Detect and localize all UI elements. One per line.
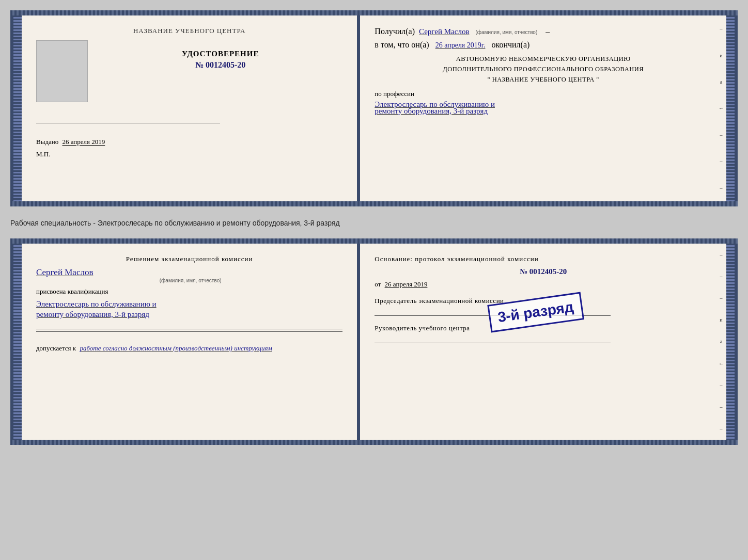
between-label: Рабочая специальность - Электрослесарь п… bbox=[10, 216, 738, 229]
osnovanie-label: Основание: протокол экзаменационной коми… bbox=[375, 255, 712, 263]
resheniyem-label: Решением экзаменационной комиссии bbox=[36, 255, 342, 263]
mp-line: М.П. bbox=[36, 150, 342, 158]
profession-line2: ремонту оборудования, 3-й разряд bbox=[375, 107, 712, 116]
cert2-qualification: Электрослесарь по обслуживанию и ремонту… bbox=[36, 298, 342, 321]
cert2-left-page: Решением экзаменационной комиссии Сергей… bbox=[22, 244, 358, 440]
cert1-wrapper: НАЗВАНИЕ УЧЕБНОГО ЦЕНТРА УДОСТОВЕРЕНИЕ №… bbox=[10, 10, 738, 206]
ot-label: от bbox=[375, 280, 381, 288]
cert2-top-stripe bbox=[10, 238, 738, 244]
vydano-line: Выдано 26 апреля 2019 bbox=[36, 138, 342, 146]
vtom-line: в том, что он(а) 26 апреля 2019г. окончи… bbox=[375, 40, 712, 50]
org-line1: АВТОНОМНУЮ НЕКОММЕРЧЕСКУЮ ОРГАНИЗАЦИЮ bbox=[375, 54, 712, 64]
cert2-name: Сергей Маслов bbox=[36, 267, 342, 278]
cert1-left-title: НАЗВАНИЕ УЧЕБНОГО ЦЕНТРА bbox=[36, 27, 342, 35]
cert2-right-stripe bbox=[726, 244, 735, 440]
cert1-number: № 0012405-20 bbox=[98, 60, 342, 70]
rukovoditel-sig-line bbox=[375, 343, 611, 343]
ot-date: 26 апреля 2019 bbox=[385, 280, 428, 288]
vtom-date: 26 апреля 2019г. bbox=[435, 41, 486, 49]
ot-line: от 26 апреля 2019 bbox=[375, 280, 712, 289]
cert2-bottom-stripe bbox=[10, 440, 738, 445]
poluchil-label: Получил(а) bbox=[375, 27, 415, 36]
cert2-sep1 bbox=[36, 329, 342, 329]
prisvoena-label: присвоена квалификация bbox=[36, 287, 342, 296]
cert1-book: НАЗВАНИЕ УЧЕБНОГО ЦЕНТРА УДОСТОВЕРЕНИЕ №… bbox=[10, 15, 738, 201]
cert2-fio-hint: (фамилия, имя, отчество) bbox=[38, 278, 342, 283]
cert2-left-stripe bbox=[13, 244, 22, 440]
cert2-right-decorations: – – – и а ← – – – bbox=[716, 244, 726, 440]
okончil-label: окончил(а) bbox=[491, 40, 529, 49]
rukovoditel-label: Руководитель учебного центра bbox=[375, 324, 712, 332]
top-stripe bbox=[10, 10, 738, 15]
org-line3: " НАЗВАНИЕ УЧЕБНОГО ЦЕНТРА " bbox=[375, 74, 712, 85]
cert2-wrapper: Решением экзаменационной комиссии Сергей… bbox=[10, 238, 738, 445]
vydano-sep-line bbox=[36, 123, 220, 123]
stamp-text: 3-й разряд bbox=[497, 299, 575, 325]
po-professii-label: по профессии Электрослесарь по обслужива… bbox=[375, 90, 712, 116]
rukovoditel-block: Руководитель учебного центра bbox=[375, 324, 712, 343]
udostoverenie-label: УДОСТОВЕРЕНИЕ bbox=[98, 50, 342, 58]
vtom-label: в том, что он(а) bbox=[375, 40, 429, 49]
cert1-left-page: НАЗВАНИЕ УЧЕБНОГО ЦЕНТРА УДОСТОВЕРЕНИЕ №… bbox=[22, 15, 358, 201]
cert2-name-block: Сергей Маслов (фамилия, имя, отчество) bbox=[36, 267, 342, 283]
right-stripe bbox=[726, 15, 735, 201]
cert2-book: Решением экзаменационной комиссии Сергей… bbox=[10, 244, 738, 440]
photo-placeholder bbox=[36, 40, 88, 102]
cert2-number: № 0012405-20 bbox=[375, 267, 712, 276]
right-decorations: – и а ← – – – bbox=[716, 15, 726, 201]
cert1-right-page: Получил(а) Сергей Маслов (фамилия, имя, … bbox=[360, 15, 726, 201]
dopusk-text: работе согласно должностным (производств… bbox=[80, 344, 272, 352]
poluchil-line: Получил(а) Сергей Маслов (фамилия, имя, … bbox=[375, 27, 712, 36]
dopuskaetsya-label: допускается к bbox=[36, 344, 76, 352]
bottom-stripe bbox=[10, 201, 738, 206]
recipient-name: Сергей Маслов bbox=[419, 27, 469, 36]
fio-hint: (фамилия, имя, отчество) bbox=[475, 29, 537, 35]
dash: – bbox=[546, 27, 550, 36]
vydano-date: 26 апреля 2019 bbox=[63, 138, 105, 146]
cert2-right-page: Основание: протокол экзаменационной коми… bbox=[360, 244, 726, 440]
cert2-sep2 bbox=[36, 331, 342, 332]
org-block: АВТОНОМНУЮ НЕКОММЕРЧЕСКУЮ ОРГАНИЗАЦИЮ ДО… bbox=[375, 54, 712, 85]
cert1-left-middle: УДОСТОВЕРЕНИЕ № 0012405-20 bbox=[36, 40, 342, 102]
dopuskaetsya-line: допускается к работе согласно должностны… bbox=[36, 344, 342, 353]
vydano-label: Выдано bbox=[36, 138, 58, 146]
cert1-left-text: УДОСТОВЕРЕНИЕ № 0012405-20 bbox=[98, 40, 342, 70]
org-line2: ДОПОЛНИТЕЛЬНОГО ПРОФЕССИОНАЛЬНОГО ОБРАЗО… bbox=[375, 64, 712, 74]
page-container: НАЗВАНИЕ УЧЕБНОГО ЦЕНТРА УДОСТОВЕРЕНИЕ №… bbox=[10, 10, 738, 445]
qualification-line2: ремонту оборудования, 3-й разряд bbox=[36, 308, 342, 321]
left-stripe bbox=[13, 15, 22, 201]
